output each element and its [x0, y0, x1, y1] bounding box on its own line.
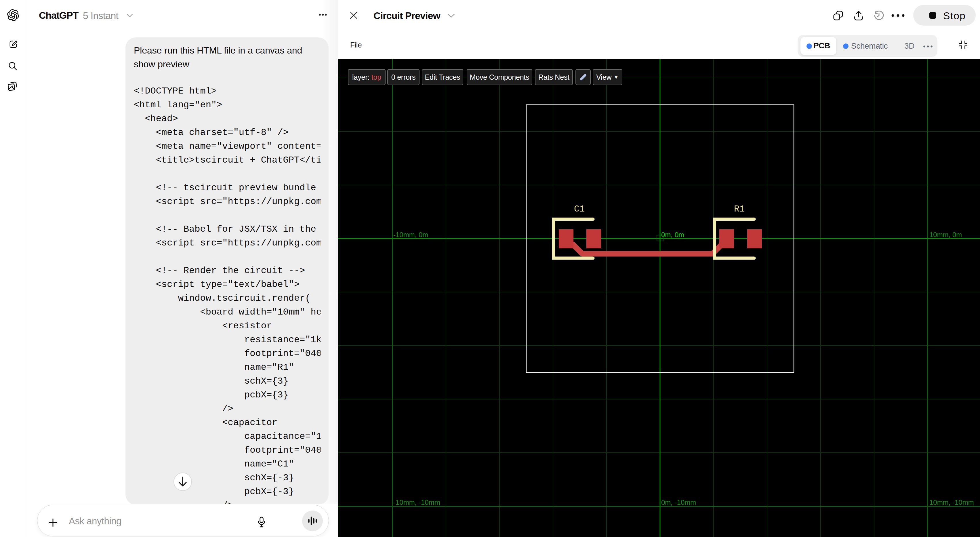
svg-text:10mm, 0m: 10mm, 0m [929, 231, 962, 239]
svg-text:10mm, -10mm: 10mm, -10mm [929, 499, 974, 506]
svg-text:R1: R1 [734, 204, 745, 214]
svg-text:0m, 0m: 0m, 0m [661, 231, 684, 239]
svg-text:0m, -10mm: 0m, -10mm [661, 499, 696, 506]
svg-text:-10mm, 0m: -10mm, 0m [393, 231, 428, 239]
svg-text:-10mm, -10mm: -10mm, -10mm [393, 499, 440, 506]
svg-text:C1: C1 [574, 204, 585, 214]
